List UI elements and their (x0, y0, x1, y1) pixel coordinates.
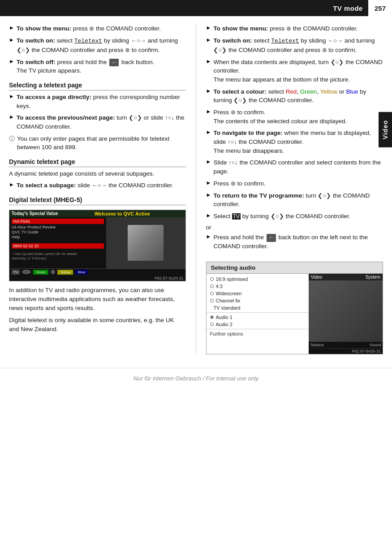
item-bold: To switch off: (17, 59, 56, 65)
item-bold: To return to the TV programme: (213, 192, 304, 199)
ctrl-symbol: ←○→ (131, 37, 146, 44)
audio-preview-image (309, 280, 383, 342)
teletext-label: Teletext (310, 343, 324, 347)
section-heading-digital: Digital teletext (MHEG-5) (9, 196, 186, 205)
color-yellow: Yellow (320, 88, 338, 95)
item-text: To navigate to the page: when the menu b… (213, 129, 383, 155)
today-text: Today's Special Value (12, 211, 58, 216)
menu-item: Help (12, 235, 104, 239)
menu-item-43: 4:3 (207, 283, 309, 290)
radio-dot (210, 277, 214, 281)
tv-highlight: TV (232, 213, 241, 220)
audio-right-header: Video System (309, 274, 383, 280)
ctrl-symbol: ❮○❯ (129, 114, 142, 121)
ctrl-symbol: ❮○❯ (17, 47, 30, 53)
menu-item-channelfix: Channel fix (207, 297, 309, 304)
bullet-icon: ► (206, 108, 211, 115)
item-text: To switch on: select Teletext by sliding… (17, 36, 186, 55)
list-item: ► Press and hold the ← back button on th… (206, 233, 383, 251)
list-item: ► Press ⊛ to confirm. (206, 179, 383, 188)
item-text: To select a subpage: slide ←○→ the COMAN… (17, 181, 173, 190)
item-text: To access the previous/next page: turn ❮… (17, 113, 186, 131)
info-item: ⓘ You can only enter pages that are perm… (9, 134, 186, 152)
img-left-panel: Hot Picks 24-Hour Product Review QVC TV … (9, 217, 106, 268)
menu-label: Audio 1 (216, 315, 233, 320)
digital-para1: In addition to TV and radio programmes, … (9, 286, 186, 313)
ctrl-symbol: ↑○↓ (228, 159, 238, 166)
list-item: ► To select a colour: select Red, Green,… (206, 87, 383, 105)
menu-label: Channel fix (216, 298, 241, 303)
list-item: ► To select a subpage: slide ←○→ the COM… (9, 181, 186, 190)
item-bold: To navigate to the page: (213, 129, 282, 136)
item-bold: To access a page directly: (17, 94, 91, 100)
ctrl-symbol: ↑○↓ (228, 138, 237, 145)
item-bold: To show the menu: (213, 25, 268, 32)
sound-label: Sound (370, 343, 381, 347)
list-item: ► To access the previous/next page: turn… (9, 113, 186, 131)
menu-label: Widescreen (216, 291, 242, 296)
bullet-icon: ► (9, 37, 14, 43)
menu-item: 24-Hour Product Review (12, 225, 104, 229)
menu-divider (207, 329, 309, 329)
item-text: To switch off: press and hold the ← back… (17, 58, 155, 76)
ctrl-symbol: ⊛ (125, 47, 130, 53)
bullet-icon: ► (206, 180, 211, 186)
audio-page-number: P62.87-8435-31 (309, 348, 383, 354)
radio-dot-filled (210, 315, 214, 319)
item-text: Slide ↑○↓ the COMAND controller and sele… (213, 158, 383, 176)
item-bold: To show the menu: (17, 25, 71, 32)
ctrl-symbol: ⊛ (286, 25, 291, 32)
list-item: ► To switch off: press and hold the ← ba… (9, 58, 186, 76)
circle-icon (22, 270, 31, 274)
radio-dot (210, 299, 214, 302)
img-top-bar: Today's Special Value Welcome to QVC Act… (9, 210, 185, 217)
radio-dot (210, 323, 214, 326)
menu-item-tvstandard: TV standard (207, 304, 309, 311)
menu-label: Further options (210, 331, 243, 336)
hot-picks-label: Hot Picks (12, 219, 104, 224)
list-item: ► To switch on: select Teletext by slidi… (206, 36, 383, 55)
item-text: To show the menu: press ⊛ the COMAND con… (17, 24, 161, 33)
date-text: Saturday 17 February (12, 256, 104, 260)
info-icon: ⓘ (9, 135, 15, 143)
phone-number: 0800 52 02 32 (12, 243, 104, 249)
bullet-icon: ► (206, 233, 211, 240)
item-text: Press ⊛ to confirm.The contents of the s… (213, 108, 347, 125)
ctrl-symbol: ❮○❯ (213, 47, 227, 53)
blue-btn: Blue (75, 270, 88, 275)
person-image (128, 225, 164, 261)
ctrl-symbol: ❮○❯ (233, 97, 247, 103)
right-column: ► To show the menu: press ⊛ the COMAND c… (196, 24, 383, 354)
footer-watermark: Nur für internen Gebrauch / For internal… (0, 368, 392, 386)
video-section-tab: Video (379, 112, 392, 147)
color-red: Red (285, 88, 297, 95)
qvc-label: Welcome to QVC Active (61, 211, 183, 216)
dynamic-intro: A dynamic teletext page consists of seve… (9, 169, 186, 178)
nav-hint: ↑ Use Up and Down: press OK for details (12, 252, 104, 256)
item-text: When the data contents are displayed, tu… (213, 58, 383, 84)
item-bold: To switch on: (17, 37, 55, 44)
page-number: 257 (368, 0, 392, 16)
bullet-icon: ► (9, 58, 14, 65)
green-btn: Green (33, 270, 48, 275)
ctrl-symbol: ⊛ (89, 25, 94, 32)
list-item: ► To navigate to the page: when the menu… (206, 129, 383, 155)
list-item: ► To switch on: select Teletext by slidi… (9, 36, 186, 55)
audio-bottom-bar: Teletext Sound (309, 342, 383, 348)
header-title: TV mode (333, 4, 368, 12)
bullet-icon: ► (9, 25, 14, 31)
list-item: ► Slide ↑○↓ the COMAND controller and se… (206, 158, 383, 176)
bullet-icon: ► (206, 58, 211, 65)
or-text: or (206, 224, 383, 231)
item-text: To select a colour: select Red, Green, Y… (213, 87, 383, 105)
audio-right-panel: Video System Teletext Sound P62.87-8435-… (309, 274, 383, 354)
menu-label: 16:9 optimised (216, 276, 248, 282)
tv-btn: TV (12, 270, 20, 275)
menu-item-audio1: Audio 1 (207, 314, 309, 321)
bullet-icon: ► (206, 25, 211, 31)
item-text: Select TV by turning ❮○❯ the COMAND cont… (213, 212, 350, 221)
item-text: To access a page directly: press the cor… (17, 93, 186, 110)
bullet-icon: ► (206, 129, 211, 135)
teletext-label: Teletext (271, 38, 299, 44)
bullet-icon: ► (206, 212, 211, 219)
